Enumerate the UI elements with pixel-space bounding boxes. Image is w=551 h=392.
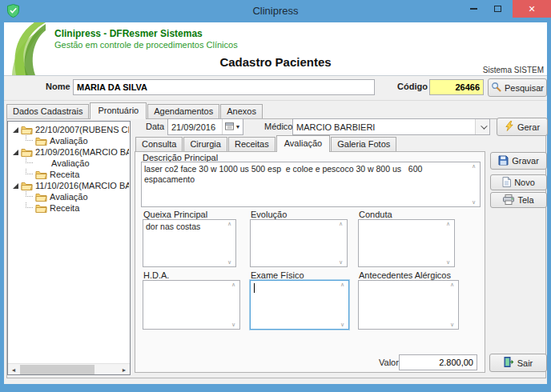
tree-item[interactable]: 21/09/2016(MARCIO BARBI <box>9 146 129 158</box>
scroll-right-icon[interactable]: ► <box>119 364 130 375</box>
tree-hscrollbar[interactable]: ◄ ► <box>8 363 130 374</box>
tree-item[interactable]: Receita <box>9 202 129 214</box>
scroll-up-icon[interactable]: ∧ <box>450 282 454 288</box>
textarea-scrollbar[interactable]: ∧∨ <box>337 282 348 328</box>
gravar-button[interactable]: Gravar <box>490 152 547 170</box>
expand-triangle-icon[interactable] <box>13 150 18 155</box>
conduta-textarea[interactable]: ∧∨ <box>358 219 455 267</box>
doctor-combobox[interactable]: MARCIO BARBIERI <box>292 118 490 135</box>
search-button[interactable]: Pesquisar <box>488 78 547 97</box>
record-tab-galeria-fotos[interactable]: Galeria Fotos <box>331 137 396 151</box>
expand-triangle-icon[interactable] <box>13 183 18 189</box>
folder-icon <box>35 193 47 202</box>
lightning-icon <box>505 121 514 133</box>
page-title: Cadastro Pacientes <box>0 55 551 69</box>
exit-icon <box>504 357 514 369</box>
antecedentes-textarea[interactable]: ∧∨ <box>358 280 459 330</box>
hda-textarea[interactable]: ∧∨ <box>143 280 240 330</box>
tela-button[interactable]: Tela <box>490 192 547 208</box>
name-input[interactable] <box>73 79 375 95</box>
queixa-label: Queixa Principal <box>143 210 207 219</box>
textarea-scrollbar[interactable]: ∧∨ <box>224 221 235 266</box>
scroll-up-icon[interactable]: ∧ <box>231 282 235 288</box>
evolucao-textarea[interactable]: ∧∨ <box>250 219 348 267</box>
tree-item-label: 21/09/2016(MARCIO BARBI <box>35 147 129 157</box>
scroll-up-icon[interactable]: ∧ <box>472 163 476 170</box>
minimize-button[interactable] <box>461 0 485 18</box>
system-label: Sistema SISTEM <box>483 66 544 74</box>
tab-agendamentos[interactable]: Agendamentos <box>147 104 219 118</box>
tree-connector-line <box>26 135 33 141</box>
textarea-scrollbar[interactable]: ∧∨ <box>443 221 453 266</box>
code-label: Código <box>397 82 428 91</box>
brand-title: Clinipress - DFResmer Sistemas <box>54 28 203 39</box>
tab-anexos[interactable]: Anexos <box>220 104 263 118</box>
tab-dados-cadastrais[interactable]: Dados Cadastrais <box>6 104 89 118</box>
scroll-down-icon[interactable]: ∨ <box>340 322 344 328</box>
scroll-down-icon[interactable]: ∨ <box>450 322 454 328</box>
scroll-up-icon[interactable]: ∧ <box>340 282 344 288</box>
tree-item-label: Avaliação <box>51 158 90 168</box>
scroll-down-icon[interactable]: ∨ <box>472 199 476 206</box>
record-tab-cirurgia[interactable]: Cirurgia <box>183 137 227 151</box>
tree-item-label: Avaliação <box>50 136 88 146</box>
maximize-button[interactable] <box>485 0 509 18</box>
scroll-left-icon[interactable]: ◄ <box>8 364 19 375</box>
expand-triangle-icon[interactable] <box>13 127 18 133</box>
novo-button[interactable]: Novo <box>490 174 547 190</box>
close-icon: ✕ <box>528 4 535 14</box>
name-label: Nome <box>46 82 70 91</box>
printer-icon <box>503 194 514 206</box>
scroll-up-icon[interactable]: ∧ <box>446 221 450 227</box>
folder-icon <box>21 182 33 190</box>
valor-input[interactable] <box>399 354 477 370</box>
scroll-up-icon[interactable]: ∧ <box>339 221 343 227</box>
combo-dropdown-button[interactable] <box>475 119 489 134</box>
record-tab-consulta[interactable]: Consulta <box>135 137 183 151</box>
tree-item[interactable]: Avaliação <box>9 191 129 202</box>
folder-icon <box>21 148 33 157</box>
hda-label: H.D.A. <box>143 270 169 280</box>
tree-item[interactable]: Avaliação <box>9 135 129 146</box>
sair-button[interactable]: Sair <box>489 354 547 372</box>
doctor-value: MARCIO BARBIERI <box>293 122 475 132</box>
tree-item-label: 11/10/2016(MARCIO BARBI <box>35 181 129 190</box>
scroll-down-icon[interactable]: ∨ <box>227 259 231 266</box>
descricao-textarea[interactable]: laser co2 face 30 w 1000 us 500 esp e co… <box>141 162 481 207</box>
scroll-down-icon[interactable]: ∨ <box>231 322 235 328</box>
titlebar: Clinipress ✕ <box>0 0 551 22</box>
scrollbar-thumb[interactable] <box>20 365 95 374</box>
date-value: 21/09/2016 <box>168 122 222 132</box>
evolucao-label: Evolução <box>251 210 287 219</box>
textarea-scrollbar[interactable]: ∧∨ <box>336 221 346 266</box>
doctor-label: Médico <box>264 122 292 131</box>
scroll-down-icon[interactable]: ∨ <box>339 259 343 266</box>
textarea-scrollbar[interactable]: ∧∨ <box>469 163 479 206</box>
tree-item[interactable]: Receita <box>9 169 129 180</box>
save-icon <box>498 155 509 167</box>
queixa-textarea[interactable]: dor nas costas ∧∨ <box>143 219 236 267</box>
folder-icon <box>21 126 33 134</box>
tree-item[interactable]: 22/10/2007(RUBENS CELSO <box>9 124 129 135</box>
close-button[interactable]: ✕ <box>513 0 551 18</box>
tree-item[interactable]: Avaliação <box>9 158 129 169</box>
exame-fisico-textarea[interactable]: ∧∨ <box>250 280 349 330</box>
date-dropdown-button[interactable]: ▼ <box>222 119 243 134</box>
code-input[interactable] <box>429 79 484 95</box>
tab-prontuario[interactable]: Prontuário <box>90 102 147 119</box>
main-tab-strip: Dados CadastraisProntuárioAgendamentosAn… <box>6 102 263 118</box>
scroll-down-icon[interactable]: ∨ <box>446 259 450 266</box>
scroll-up-icon[interactable]: ∧ <box>227 221 231 227</box>
textarea-scrollbar[interactable]: ∧∨ <box>447 282 457 328</box>
prontuario-tree-panel[interactable]: 22/10/2007(RUBENS CELSOAvaliação21/09/20… <box>7 121 131 375</box>
calendar-icon <box>225 122 234 132</box>
record-tab-avaliacao[interactable]: Avaliação <box>276 135 331 152</box>
record-tab-receitas[interactable]: Receitas <box>228 137 276 151</box>
app-window: Clinipress ✕ Clinipress - DFResmer Siste… <box>0 0 551 392</box>
tree-item[interactable]: 11/10/2016(MARCIO BARBI <box>9 180 129 191</box>
record-tab-strip: ConsultaCirurgiaReceitasAvaliaçãoGaleria… <box>135 134 397 151</box>
chevron-down-icon: ▼ <box>235 124 241 130</box>
textarea-scrollbar[interactable]: ∧∨ <box>228 282 239 328</box>
date-input[interactable]: 21/09/2016 ▼ <box>167 118 243 135</box>
gerar-button[interactable]: Gerar <box>497 118 548 136</box>
